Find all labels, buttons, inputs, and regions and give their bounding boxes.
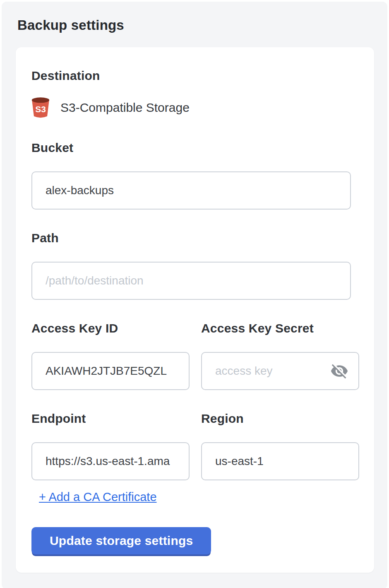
update-storage-settings-button[interactable]: Update storage settings (31, 527, 211, 554)
svg-text:S3: S3 (35, 104, 46, 114)
access-key-secret-field: Access Key Secret (201, 321, 359, 390)
bucket-input[interactable] (31, 171, 351, 210)
destination-section: Destination S3 S3-Compatible Storage (31, 69, 358, 119)
endpoint-region-row: Endpoint + Add a CA Certificate Region (31, 412, 358, 504)
destination-value: S3-Compatible Storage (60, 101, 190, 115)
access-key-row: Access Key ID Access Key Secret (31, 321, 358, 390)
endpoint-field: Endpoint + Add a CA Certificate (31, 412, 190, 504)
backup-settings-card: Destination S3 S3-Compatible Storage Buc… (16, 47, 374, 573)
access-key-id-field: Access Key ID (31, 321, 190, 390)
bucket-section: Bucket (31, 141, 358, 210)
add-ca-certificate-link[interactable]: + Add a CA Certificate (39, 490, 157, 504)
destination-value-row: S3 S3-Compatible Storage (30, 96, 358, 119)
region-field: Region (201, 412, 359, 504)
endpoint-input[interactable] (31, 442, 190, 480)
destination-label: Destination (31, 69, 358, 83)
region-label: Region (201, 412, 359, 426)
page-title: Backup settings (17, 17, 387, 33)
eye-off-icon[interactable] (330, 362, 348, 380)
endpoint-label: Endpoint (31, 412, 190, 426)
access-key-secret-input-wrap (201, 352, 359, 390)
path-section: Path (31, 231, 358, 300)
s3-bucket-icon: S3 (30, 96, 51, 119)
path-input[interactable] (31, 262, 351, 300)
bucket-label: Bucket (31, 141, 358, 155)
path-label: Path (31, 231, 358, 245)
backup-settings-page: Backup settings Destination S3 S3-Compat… (2, 2, 387, 588)
access-key-id-input[interactable] (31, 352, 190, 390)
access-key-id-label: Access Key ID (31, 321, 190, 335)
region-input[interactable] (201, 442, 359, 480)
access-key-secret-label: Access Key Secret (201, 321, 359, 335)
